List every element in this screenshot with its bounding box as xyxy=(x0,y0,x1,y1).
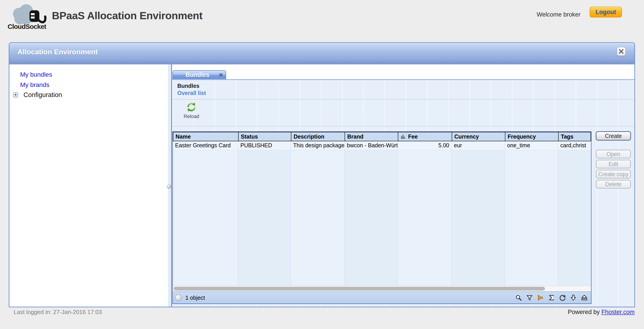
bundles-grid: Name Status Description Brand Fee Curren… xyxy=(172,131,592,304)
cell-brand[interactable]: bwcon - Baden-Württ xyxy=(344,141,398,150)
status-toolbar xyxy=(515,294,588,301)
allocation-environment-window: Allocation Environment My bundles My bra… xyxy=(9,42,635,307)
column-header-name[interactable]: Name xyxy=(173,132,238,141)
tab-label: Bundles xyxy=(173,71,218,78)
app-title: BPaaS Allocation Environment xyxy=(52,9,202,22)
reload-button[interactable]: Reload xyxy=(181,102,202,119)
reset-icon[interactable] xyxy=(559,294,566,301)
sum-icon[interactable] xyxy=(548,294,555,301)
fee-stats-icon xyxy=(400,134,406,139)
window-title: Allocation Environment xyxy=(18,48,98,56)
tab-bundles[interactable]: Bundles xyxy=(172,70,226,79)
edit-button[interactable]: Edit xyxy=(596,160,631,168)
cell-tags[interactable]: card,christ xyxy=(558,141,591,150)
close-icon xyxy=(618,48,624,54)
delete-button[interactable]: Delete xyxy=(596,180,631,188)
window-close-button[interactable] xyxy=(617,47,626,56)
filter-icon[interactable] xyxy=(526,294,533,301)
breadcrumb-view[interactable]: Overall list xyxy=(177,90,634,96)
tab-close-icon xyxy=(219,73,223,77)
cell-name[interactable]: Easter Greetings Card xyxy=(173,141,238,150)
sidebar-item-my-bundles[interactable]: My bundles xyxy=(20,71,52,78)
cell-currency[interactable]: eur xyxy=(452,141,505,150)
window-titlebar: Allocation Environment xyxy=(10,43,634,64)
column-header-frequency[interactable]: Frequency xyxy=(505,132,558,141)
grid-body: Easter Greetings Card PUBLISHED This des… xyxy=(173,141,591,286)
sidebar: My bundles My brands + Configuration xyxy=(10,64,168,307)
grid-header-row: Name Status Description Brand Fee Curren… xyxy=(173,132,591,141)
column-header-brand[interactable]: Brand xyxy=(345,132,398,141)
fhoster-link[interactable]: Fhoster.com xyxy=(601,309,634,315)
grid-statusbar: 1 object xyxy=(173,292,591,304)
status-octagon-icon xyxy=(175,294,182,301)
sidebar-item-my-brands[interactable]: My brands xyxy=(20,81,50,88)
open-button[interactable]: Open xyxy=(596,150,631,158)
cell-status[interactable]: PUBLISHED xyxy=(238,141,291,150)
breadcrumb: Bundles Overall list xyxy=(172,80,634,100)
horizontal-scrollbar[interactable] xyxy=(173,286,591,292)
cell-frequency[interactable]: one_time xyxy=(505,141,558,150)
zoom-icon[interactable] xyxy=(515,294,522,301)
reload-icon xyxy=(186,102,196,112)
scrollbar-thumb[interactable] xyxy=(174,287,545,291)
configuration-label: Configuration xyxy=(24,91,62,99)
reload-label: Reload xyxy=(181,114,202,119)
logout-button[interactable]: Logout xyxy=(590,7,622,17)
welcome-text: Welcome broker xyxy=(537,11,580,18)
create-button[interactable]: Create xyxy=(596,131,631,140)
logo-caption: CloudSocket xyxy=(8,23,52,30)
tab-close-button[interactable] xyxy=(218,72,224,78)
last-login-text: Last logged in: 27-Jan-2016 17:03 xyxy=(14,309,102,316)
quick-filter-icon[interactable] xyxy=(537,294,544,301)
object-count: 1 object xyxy=(185,295,205,301)
eject-icon[interactable] xyxy=(581,294,588,301)
create-copy-button[interactable]: Create copy xyxy=(596,170,631,178)
column-header-fee[interactable]: Fee xyxy=(398,132,452,141)
column-header-description[interactable]: Description xyxy=(291,132,345,141)
breadcrumb-section: Bundles xyxy=(177,83,634,89)
download-icon[interactable] xyxy=(570,294,577,301)
column-header-status[interactable]: Status xyxy=(238,132,291,141)
tab-strip: Bundles xyxy=(172,64,634,80)
column-header-currency[interactable]: Currency xyxy=(452,132,505,141)
splitter-handle[interactable] xyxy=(167,184,171,189)
cell-description[interactable]: This design package xyxy=(291,141,344,150)
powered-by-label: Powered by xyxy=(568,309,600,315)
grid-toolbar: Reload xyxy=(172,100,634,126)
sidebar-item-configuration[interactable]: + Configuration xyxy=(13,91,62,99)
content-panel: Bundles Bundles Overall list xyxy=(171,64,634,307)
powered-by-text: Powered by Fhoster.com xyxy=(568,309,634,316)
column-header-tags[interactable]: Tags xyxy=(558,132,590,141)
cell-fee[interactable]: 5.00 xyxy=(398,141,452,150)
fee-header-label: Fee xyxy=(408,133,418,140)
expand-plus-icon[interactable]: + xyxy=(13,92,18,97)
